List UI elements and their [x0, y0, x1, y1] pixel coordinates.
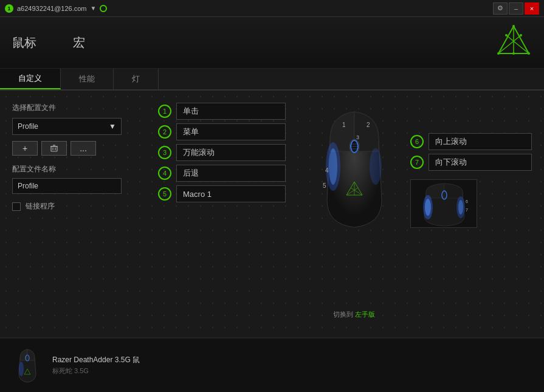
device-icon	[12, 347, 43, 383]
user-status-dot: 1	[5, 4, 13, 13]
button-label-6[interactable]: 向上滚动	[429, 133, 532, 150]
nav-mouse[interactable]: 鼠标	[12, 35, 36, 51]
svg-point-21	[329, 148, 337, 185]
profile-select[interactable]: Profile ▼	[12, 118, 122, 135]
device-name: Razer DeathAdder 3.5G 鼠	[52, 355, 140, 365]
button-assignment-panel: 1 单击 2 菜单 3 万能滚动 4 后退 5 Macro 1	[146, 103, 298, 325]
button-label-3[interactable]: 万能滚动	[176, 144, 286, 161]
mouse-diagram-panel: 1 2 3 4 5 切换到 左手版	[298, 103, 410, 325]
svg-text:4: 4	[325, 167, 329, 174]
online-indicator	[100, 5, 107, 12]
profile-name-input[interactable]	[12, 178, 122, 194]
button-label-5[interactable]: Macro 1	[176, 185, 286, 202]
right-button-panel: 6 向上滚动 7 向下滚动 6	[410, 103, 532, 325]
link-app-checkbox[interactable]	[12, 202, 21, 211]
more-options-button[interactable]: ...	[71, 141, 96, 156]
device-info: Razer DeathAdder 3.5G 鼠 标死蛇 3.5G	[52, 355, 140, 376]
svg-point-4	[512, 25, 515, 27]
titlebar: 1 a624932241@126.com ▼ ⚙ – ×	[0, 0, 544, 17]
profile-select-arrow: ▼	[109, 122, 116, 131]
footer-mouse-icon	[15, 347, 40, 383]
nav-macro[interactable]: 宏	[73, 35, 85, 51]
main-content: 选择配置文件 Profile ▼ + ... 配置文件名称 链接程序	[0, 91, 544, 337]
razer-logo	[495, 23, 532, 62]
minimize-button[interactable]: –	[509, 2, 523, 15]
mouse-diagram: 1 2 3 4 5	[312, 103, 397, 236]
button-item-4: 4 后退	[158, 165, 286, 182]
button-number-1: 1	[158, 105, 171, 118]
svg-point-41	[19, 362, 24, 376]
tab-bar: 自定义 性能 灯	[0, 69, 544, 91]
button-number-4: 4	[158, 167, 171, 180]
settings-button[interactable]: ⚙	[493, 2, 508, 15]
profile-name-label: 配置文件名称	[12, 164, 146, 174]
user-email: a624932241@126.com	[17, 5, 87, 12]
tab-customize[interactable]: 自定义	[0, 69, 61, 89]
svg-point-7	[512, 52, 515, 55]
button-number-5: 5	[158, 187, 171, 201]
window-controls: ⚙ – ×	[493, 2, 539, 15]
tab-lighting[interactable]: 灯	[114, 69, 159, 89]
switch-hand-text: 切换到 左手版	[298, 310, 410, 319]
left-panel: 选择配置文件 Profile ▼ + ... 配置文件名称 链接程序	[12, 103, 146, 325]
button-item-1: 1 单击	[158, 103, 286, 120]
right-button-item-7: 7 向下滚动	[410, 154, 532, 171]
link-app-row: 链接程序	[12, 201, 146, 211]
svg-rect-10	[51, 146, 57, 151]
add-profile-button[interactable]: +	[12, 141, 38, 156]
button-item-2: 2 菜单	[158, 123, 286, 140]
titlebar-left: 1 a624932241@126.com ▼	[5, 4, 107, 13]
svg-point-8	[505, 34, 508, 36]
tab-performance[interactable]: 性能	[61, 69, 114, 89]
svg-point-34	[425, 199, 431, 216]
button-number-6: 6	[410, 135, 424, 148]
switch-hand-link[interactable]: 左手版	[355, 311, 375, 318]
button-label-2[interactable]: 菜单	[176, 123, 286, 140]
button-label-4[interactable]: 后退	[176, 165, 286, 182]
svg-text:7: 7	[466, 208, 468, 212]
user-dropdown-arrow[interactable]: ▼	[91, 5, 97, 12]
svg-text:5: 5	[323, 182, 326, 189]
svg-point-22	[370, 148, 382, 185]
button-label-1[interactable]: 单击	[176, 103, 286, 120]
main-nav: 鼠标 宏	[12, 35, 85, 51]
svg-point-6	[528, 52, 530, 55]
button-label-7[interactable]: 向下滚动	[429, 154, 532, 171]
close-button[interactable]: ×	[525, 2, 539, 15]
svg-text:3: 3	[356, 134, 359, 140]
svg-point-9	[520, 34, 522, 36]
svg-point-5	[497, 52, 500, 55]
svg-text:6: 6	[466, 199, 468, 204]
select-profile-label: 选择配置文件	[12, 103, 146, 113]
svg-text:1: 1	[342, 122, 346, 128]
svg-text:2: 2	[367, 122, 370, 128]
button-number-2: 2	[158, 125, 171, 139]
mouse-thumbnail: 6 7	[410, 179, 477, 228]
button-item-3: 3 万能滚动	[158, 144, 286, 161]
mouse-thumb-svg: 6 7	[411, 180, 477, 228]
device-sub: 标死蛇 3.5G	[52, 366, 140, 376]
right-button-item-6: 6 向上滚动	[410, 133, 532, 150]
button-number-3: 3	[158, 146, 171, 159]
delete-profile-button[interactable]	[41, 141, 67, 156]
svg-point-36	[458, 200, 463, 215]
header: 鼠标 宏	[0, 17, 544, 69]
profile-select-value: Profile	[18, 122, 38, 131]
button-number-7: 7	[410, 156, 424, 169]
profile-actions: + ...	[12, 141, 146, 156]
button-item-5: 5 Macro 1	[158, 185, 286, 202]
footer: Razer DeathAdder 3.5G 鼠 标死蛇 3.5G	[0, 337, 544, 392]
button-list: 1 单击 2 菜单 3 万能滚动 4 后退 5 Macro 1	[158, 103, 286, 202]
link-app-label: 链接程序	[26, 201, 55, 211]
